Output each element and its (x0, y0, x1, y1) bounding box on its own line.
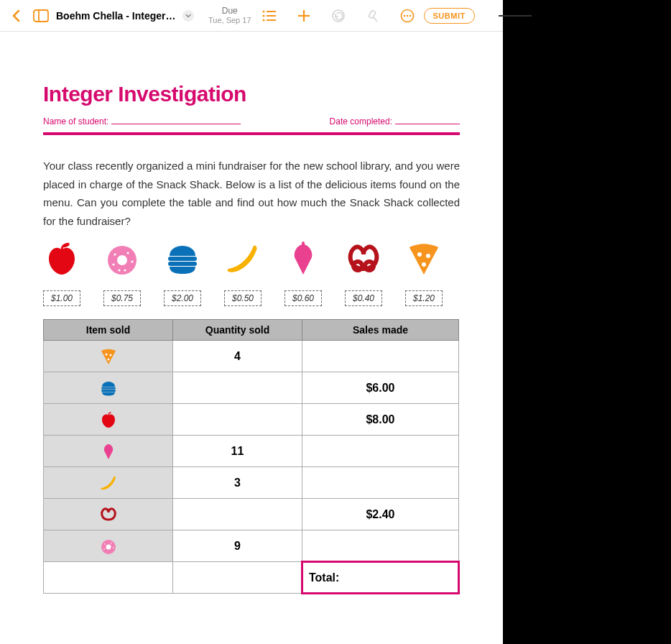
row-icon-pretzel (44, 499, 173, 530)
svg-point-33 (109, 354, 111, 356)
annotation-line (499, 15, 532, 17)
svg-point-4 (262, 14, 264, 17)
svg-rect-11 (368, 10, 375, 19)
qty-cell[interactable]: 9 (173, 530, 302, 562)
price-pizza: $1.20 (405, 290, 443, 306)
table-row: 4 (44, 341, 459, 372)
svg-point-19 (117, 255, 127, 265)
svg-point-15 (406, 14, 408, 17)
table-row: $2.40 (44, 499, 459, 530)
row-icon-apple (44, 404, 173, 436)
due-date: Tue, Sep 17 (208, 16, 251, 24)
name-label: Name of student: (43, 116, 108, 126)
sales-cell[interactable] (302, 341, 459, 372)
gavel-icon[interactable] (362, 5, 384, 27)
svg-rect-36 (101, 390, 116, 392)
donut-icon (103, 240, 141, 280)
th-sales: Sales made (302, 320, 459, 341)
pizza-icon (405, 240, 443, 280)
sales-cell[interactable] (302, 436, 459, 467)
svg-line-12 (374, 17, 377, 22)
price-banana: $0.50 (224, 290, 262, 306)
doc-title-block[interactable]: Boehm Chella - Integers I... (56, 10, 194, 22)
th-qty: Quantity sold (173, 320, 302, 341)
svg-point-29 (417, 252, 422, 257)
svg-point-41 (113, 547, 114, 548)
undo-icon[interactable] (328, 5, 349, 27)
blank-cell (173, 562, 302, 594)
svg-point-22 (131, 260, 133, 262)
qty-cell[interactable] (173, 372, 302, 404)
toolbar: Boehm Chella - Integers I... Due Tue, Se… (0, 0, 503, 32)
svg-rect-27 (168, 262, 197, 266)
back-icon[interactable] (6, 5, 27, 27)
menu-row (43, 240, 460, 280)
svg-point-40 (111, 543, 112, 544)
svg-point-6 (262, 19, 264, 21)
svg-point-21 (126, 252, 129, 254)
pretzel-icon (345, 240, 382, 280)
row-icon-icecream (44, 436, 173, 467)
table-total-row: Total: (44, 562, 459, 594)
sales-cell[interactable] (302, 530, 459, 562)
svg-point-14 (403, 14, 405, 17)
date-label: Date completed: (330, 116, 392, 126)
name-field[interactable] (111, 124, 241, 124)
sales-cell[interactable]: $8.00 (302, 404, 459, 436)
table-row: $8.00 (44, 404, 459, 436)
svg-point-20 (114, 253, 116, 255)
svg-point-23 (112, 263, 114, 265)
icecream-icon (284, 240, 322, 280)
chevron-down-icon[interactable] (182, 10, 194, 22)
apple-icon (43, 240, 80, 280)
due-block: Due Tue, Sep 17 (208, 6, 251, 24)
sales-cell[interactable]: $2.40 (302, 499, 459, 530)
qty-cell[interactable] (173, 499, 302, 530)
svg-rect-35 (101, 387, 116, 389)
th-item: Item sold (44, 320, 173, 341)
svg-point-2 (262, 10, 264, 12)
price-apple: $1.00 (43, 290, 80, 306)
svg-point-42 (103, 548, 105, 550)
total-cell[interactable]: Total: (302, 562, 459, 594)
price-donut: $0.75 (103, 290, 141, 306)
table-row: $6.00 (44, 372, 459, 404)
qty-cell[interactable] (173, 404, 302, 436)
qty-cell[interactable]: 4 (173, 341, 302, 372)
svg-point-39 (104, 543, 106, 545)
divider (43, 132, 460, 135)
qty-cell[interactable]: 11 (173, 436, 302, 467)
table-row: 9 (44, 530, 459, 562)
intro-text: Your class recently organized a mini fun… (43, 157, 460, 230)
svg-point-38 (106, 544, 111, 549)
row-icon-burger (44, 372, 173, 404)
list-icon[interactable] (259, 5, 280, 27)
sales-cell[interactable] (302, 467, 459, 499)
row-icon-donut (44, 530, 173, 562)
svg-point-25 (118, 269, 120, 271)
banana-icon (224, 240, 262, 280)
svg-point-34 (107, 358, 109, 360)
price-icecream: $0.60 (284, 290, 322, 306)
document-page: Integer Investigation Name of student: D… (0, 32, 503, 609)
sales-table: Item sold Quantity sold Sales made 4 $6.… (43, 319, 460, 594)
more-icon[interactable] (397, 5, 418, 27)
svg-point-31 (422, 262, 426, 267)
add-icon[interactable] (293, 5, 315, 27)
qty-cell[interactable]: 3 (173, 467, 302, 499)
svg-point-32 (105, 353, 107, 355)
submit-button[interactable]: SUBMIT (424, 8, 475, 24)
svg-point-16 (409, 14, 411, 17)
table-row: 11 (44, 436, 459, 467)
sidebar-icon[interactable] (30, 5, 52, 27)
date-field[interactable] (395, 124, 460, 124)
svg-rect-0 (34, 10, 48, 22)
price-row: $1.00 $0.75 $2.00 $0.50 $0.60 $0.40 $1.2… (43, 290, 460, 306)
sales-cell[interactable]: $6.00 (302, 372, 459, 404)
doc-title: Boehm Chella - Integers I... (56, 10, 178, 22)
svg-rect-26 (168, 257, 197, 261)
svg-point-30 (426, 254, 430, 258)
table-header-row: Item sold Quantity sold Sales made (44, 320, 459, 341)
burger-icon (164, 240, 201, 280)
table-row: 3 (44, 467, 459, 499)
